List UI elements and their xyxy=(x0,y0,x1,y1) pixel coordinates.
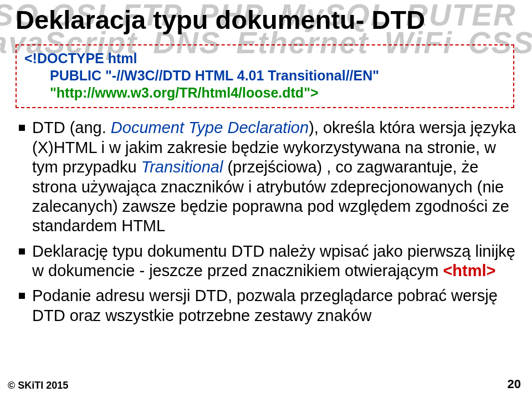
bullet-list: DTD (ang. Document Type Declaration), ok… xyxy=(16,118,516,325)
doctype-code-box: <!DOCTYPE html PUBLIC "-//W3C//DTD HTML … xyxy=(16,44,514,109)
italic-term-1: Document Type Declaration xyxy=(111,119,309,136)
html-tag-red: <html> xyxy=(443,262,495,279)
footer-copyright: © SKiTI 2015 xyxy=(8,380,68,391)
code-line-2: PUBLIC "-//W3C//DTD HTML 4.01 Transition… xyxy=(24,67,505,84)
bullet-2: Deklarację typu dokumentu DTD należy wpi… xyxy=(16,242,516,281)
code-line-3: "http://www.w3.org/TR/html4/loose.dtd"> xyxy=(24,84,505,101)
slide-content: Deklaracja typu dokumentu- DTD <!DOCTYPE… xyxy=(0,0,532,325)
slide-title: Deklaracja typu dokumentu- DTD xyxy=(16,6,516,34)
code-line-1: <!DOCTYPE html xyxy=(24,50,505,67)
bullet-3: Podanie adresu wersji DTD, pozwala przeg… xyxy=(16,286,516,325)
bullet-1: DTD (ang. Document Type Declaration), ok… xyxy=(16,118,516,236)
italic-term-2: Transitional xyxy=(141,158,223,176)
page-number: 20 xyxy=(508,377,521,391)
